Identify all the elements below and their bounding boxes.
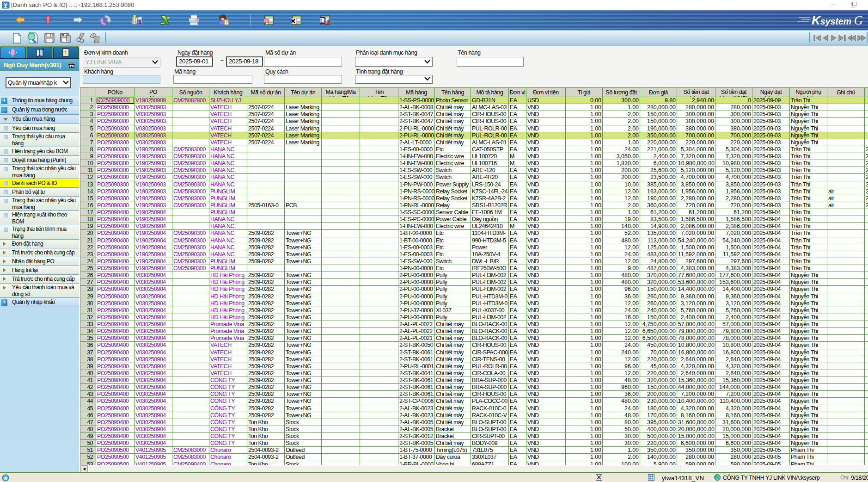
svg-text:e: e — [4, 475, 7, 482]
svg-text:L: L — [320, 18, 324, 24]
svg-text:?: ? — [225, 19, 228, 25]
